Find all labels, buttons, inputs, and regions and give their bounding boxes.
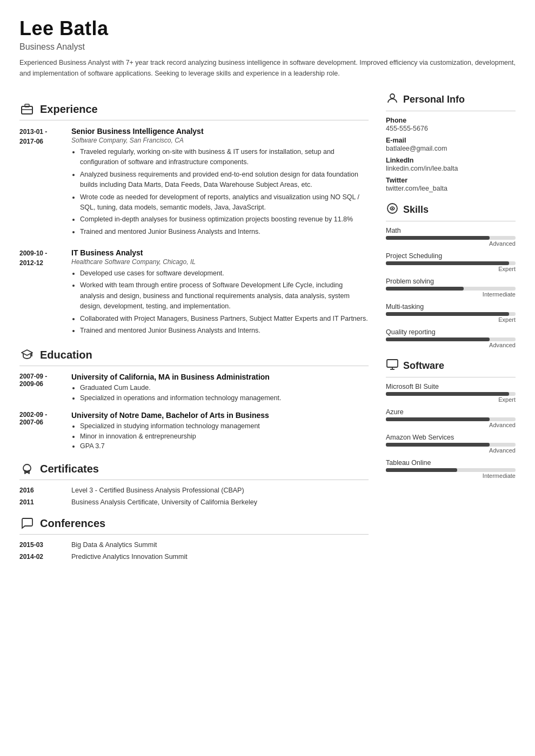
experience-heading: Experience: [40, 103, 98, 116]
bullet-item: Traveled regularly, working on-site with…: [80, 147, 369, 168]
experience-entry: 2009-10 -2012-12IT Business AnalystHealt…: [19, 248, 369, 338]
skill-bar-bg: [386, 236, 516, 240]
skill-block: Multi-taskingExpert: [386, 303, 516, 323]
bullet-item: Collaborated with Project Managers, Busi…: [80, 314, 369, 324]
conf-date: 2015-03: [19, 541, 63, 549]
svg-rect-1: [25, 104, 29, 107]
cert-desc: Business Analysis Certificate, Universit…: [71, 498, 257, 506]
info-label: E-mail: [386, 137, 516, 144]
bullet-item: Developed use cases for software develop…: [80, 268, 369, 279]
experience-section-title: Experience: [19, 102, 369, 117]
skill-level-label: Advanced: [386, 422, 516, 428]
software-bars: Microsoft BI SuiteExpertAzureAdvancedAma…: [386, 383, 516, 479]
skill-level-label: Intermediate: [386, 291, 516, 298]
skill-bar-bg: [386, 261, 516, 265]
software-icon: [386, 358, 399, 374]
education-entry: 2002-09 -2007-06University of Notre Dame…: [19, 411, 369, 451]
svg-rect-8: [387, 360, 398, 367]
info-label: LinkedIn: [386, 157, 516, 164]
skill-bar-bg: [386, 443, 516, 447]
edu-bullet-list: Specialized in studying information tech…: [71, 421, 269, 451]
skill-block: Quality reportingAdvanced: [386, 328, 516, 348]
skill-level-label: Advanced: [386, 240, 516, 247]
education-divider: [19, 366, 369, 366]
skills-section-title: Skills: [386, 202, 516, 218]
skill-name: Multi-tasking: [386, 303, 516, 310]
skill-name: Math: [386, 227, 516, 234]
svg-point-5: [390, 94, 394, 98]
skill-bar-fill: [386, 338, 490, 341]
bullet-item: Wrote code as needed for development of …: [80, 192, 369, 213]
resume-header: Lee Batla Business Analyst Experienced B…: [19, 17, 516, 79]
edu-bullet-item: Specialized in operations and informatio…: [80, 393, 281, 403]
svg-point-7: [392, 208, 393, 210]
degree-title: University of California, MA in Business…: [71, 373, 281, 381]
certificates-heading: Certificates: [40, 463, 99, 475]
conf-date: 2014-02: [19, 553, 63, 561]
info-value: linkedin.com/in/lee.balta: [386, 165, 516, 172]
education-icon: [19, 347, 35, 362]
skills-heading: Skills: [403, 204, 429, 215]
skill-block: Amazon Web ServicesAdvanced: [386, 434, 516, 454]
bullet-item: Trained and mentored Junior Business Ana…: [80, 326, 369, 336]
bullet-item: Completed in-depth analyses for business…: [80, 214, 369, 225]
conferences-divider: [19, 534, 369, 535]
conferences-heading: Conferences: [40, 517, 105, 530]
experience-divider: [19, 120, 369, 120]
skill-block: MathAdvanced: [386, 227, 516, 247]
skill-name: Azure: [386, 408, 516, 416]
bullet-item: Analyzed business requirements and provi…: [80, 170, 369, 191]
skill-bar-fill: [386, 312, 509, 316]
edu-bullet-item: Graduated Cum Laude.: [80, 383, 281, 393]
entry-date: 2009-10 -2012-12: [19, 248, 63, 338]
cert-entries: 2016Level 3 - Certified Business Analysi…: [19, 487, 369, 506]
edu-content: University of Notre Dame, Bachelor of Ar…: [71, 411, 269, 451]
job-title: Senior Business Intelligence Analyst: [71, 127, 369, 136]
skills-bars: MathAdvancedProject SchedulingExpertProb…: [386, 227, 516, 348]
company: Healthcare Software Company, Chicago, IL: [71, 258, 369, 266]
cert-entry: 2016Level 3 - Certified Business Analysi…: [19, 487, 369, 494]
skill-level-label: Intermediate: [386, 473, 516, 479]
skill-bar-bg: [386, 417, 516, 421]
education-section-title: Education: [19, 347, 369, 362]
skill-bar-fill: [386, 261, 509, 265]
skill-block: Microsoft BI SuiteExpert: [386, 383, 516, 403]
skill-name: Amazon Web Services: [386, 434, 516, 441]
skill-bar-fill: [386, 443, 490, 447]
bullet-list: Developed use cases for software develop…: [71, 268, 369, 336]
candidate-title: Business Analyst: [19, 42, 516, 52]
conf-entry: 2015-03Big Data & Analytics Summit: [19, 541, 369, 549]
skill-level-label: Expert: [386, 266, 516, 272]
skill-bar-bg: [386, 287, 516, 291]
skill-bar-fill: [386, 468, 457, 472]
education-entry: 2007-09 -2009-06University of California…: [19, 373, 369, 403]
skill-bar-fill: [386, 236, 490, 240]
experience-entry: 2013-01 -2017-06Senior Business Intellig…: [19, 127, 369, 239]
skill-name: Tableau Online: [386, 459, 516, 467]
bullet-item: Worked with team through entire process …: [80, 280, 369, 312]
svg-rect-0: [22, 106, 32, 114]
edu-date: 2007-09 -2009-06: [19, 373, 63, 403]
education-entries: 2007-09 -2009-06University of California…: [19, 373, 369, 451]
software-heading: Software: [403, 360, 444, 372]
certificates-section-title: Certificates: [19, 461, 369, 476]
skill-level-label: Expert: [386, 396, 516, 403]
job-title: IT Business Analyst: [71, 248, 369, 257]
skill-bar-fill: [386, 287, 464, 291]
edu-date: 2002-09 -2007-06: [19, 411, 63, 451]
cert-entry: 2011Business Analysis Certificate, Unive…: [19, 498, 369, 506]
software-section-title: Software: [386, 358, 516, 374]
edu-bullet-item: Specialized in studying information tech…: [80, 421, 269, 431]
skill-block: Project SchedulingExpert: [386, 252, 516, 272]
skill-name: Quality reporting: [386, 328, 516, 336]
edu-content: University of California, MA in Business…: [71, 373, 281, 403]
personal-info-divider: [386, 111, 516, 111]
skill-name: Project Scheduling: [386, 252, 516, 260]
degree-title: University of Notre Dame, Bachelor of Ar…: [71, 411, 269, 420]
personal-info-fields: Phone455-555-5676E-mailbatlalee@gmail.co…: [386, 117, 516, 192]
info-value: 455-555-5676: [386, 125, 516, 132]
cert-year: 2011: [19, 498, 63, 506]
skill-level-label: Advanced: [386, 447, 516, 454]
certificates-divider: [19, 480, 369, 480]
experience-entries: 2013-01 -2017-06Senior Business Intellig…: [19, 127, 369, 338]
